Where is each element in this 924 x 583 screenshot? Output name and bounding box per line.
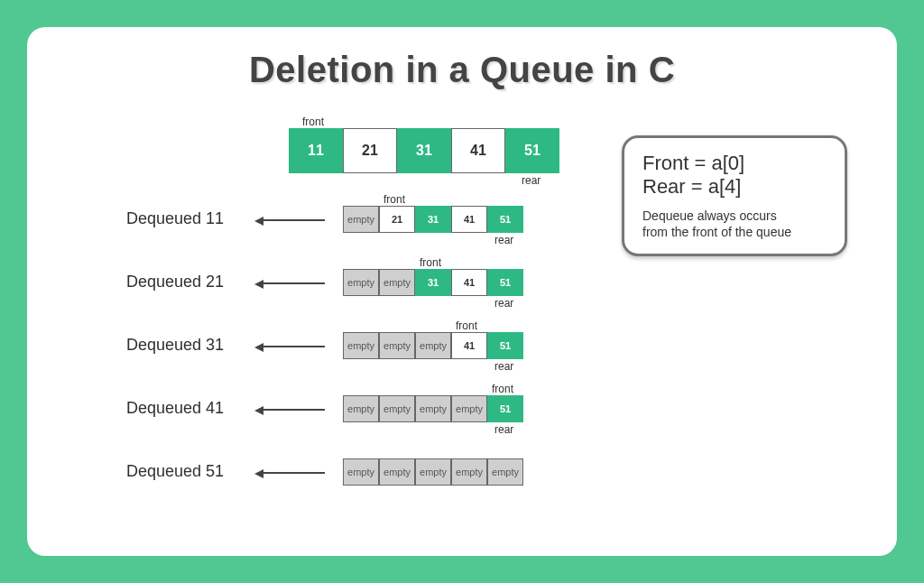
queue-cell: empty [451, 458, 487, 486]
queue-cell: empty [343, 206, 379, 233]
queue-cell: 41 [451, 332, 487, 359]
queue-cell: empty [487, 458, 523, 486]
queue-cell: empty [451, 395, 487, 422]
queue-cell: empty [415, 395, 451, 422]
queue-row: emptyemptyempty4151 [343, 332, 523, 359]
front-label: front [302, 116, 324, 128]
rear-label: rear [494, 234, 513, 246]
queue-cell: 41 [451, 206, 487, 233]
page-title: Deletion in a Queue in C [27, 50, 897, 90]
queue-cell: 21 [379, 206, 415, 233]
rear-label: rear [522, 174, 541, 187]
info-sub1: Dequeue always occurs [642, 208, 827, 224]
diagram-canvas: Deletion in a Queue in C 1121314151front… [27, 27, 897, 556]
queue-cell: empty [379, 332, 415, 359]
queue-row: emptyemptyemptyempty51 [343, 395, 523, 422]
dequeued-label: Dequeued 51 [126, 462, 224, 481]
queue-cell: empty [415, 458, 451, 486]
queue-cell: 51 [487, 269, 523, 296]
queue-cell: empty [415, 332, 451, 359]
queue-cell: 31 [397, 128, 451, 173]
info-box: Front = a[0] Rear = a[4] Dequeue always … [622, 135, 847, 256]
arrow-left-icon [262, 219, 325, 221]
queue-cell: empty [343, 458, 379, 486]
front-label: front [383, 193, 405, 206]
queue-cell: 51 [505, 128, 559, 173]
queue-cell: 21 [343, 128, 397, 173]
arrow-left-icon [262, 346, 325, 347]
front-label: front [420, 256, 441, 269]
dequeued-label: Dequeued 11 [126, 209, 224, 228]
arrow-left-icon [262, 409, 325, 411]
queue-row: emptyempty314151 [343, 269, 523, 296]
rear-label: rear [494, 360, 513, 373]
queue-cell: 51 [487, 206, 523, 233]
queue-cell: empty [343, 395, 379, 422]
arrow-left-icon [262, 472, 325, 474]
front-label: front [456, 319, 477, 332]
queue-row: empty21314151 [343, 206, 523, 233]
arrow-left-icon [262, 282, 325, 284]
info-sub2: from the front of the queue [642, 224, 827, 240]
queue-cell: 41 [451, 269, 487, 296]
dequeued-label: Dequeued 21 [126, 273, 224, 292]
queue-cell: 31 [415, 206, 451, 233]
queue-cell: 51 [487, 332, 523, 359]
queue-cell: 11 [289, 128, 343, 173]
info-front-line: Front = a[0] [642, 152, 827, 175]
queue-cell: empty [343, 332, 379, 359]
dequeued-label: Dequeued 31 [126, 336, 224, 355]
queue-cell: empty [379, 395, 415, 422]
front-label: front [492, 383, 513, 395]
queue-cell: empty [379, 269, 415, 296]
dequeued-label: Dequeued 41 [126, 399, 224, 418]
rear-label: rear [494, 423, 513, 436]
queue-row: emptyemptyemptyemptyempty [343, 458, 523, 486]
info-rear-line: Rear = a[4] [642, 175, 827, 199]
queue-cell: 41 [451, 128, 505, 173]
queue-cell: empty [343, 269, 379, 296]
queue-cell: empty [379, 458, 415, 486]
queue-cell: 51 [487, 395, 523, 422]
queue-row: 1121314151 [289, 128, 559, 173]
rear-label: rear [494, 297, 513, 310]
queue-cell: 31 [415, 269, 451, 296]
